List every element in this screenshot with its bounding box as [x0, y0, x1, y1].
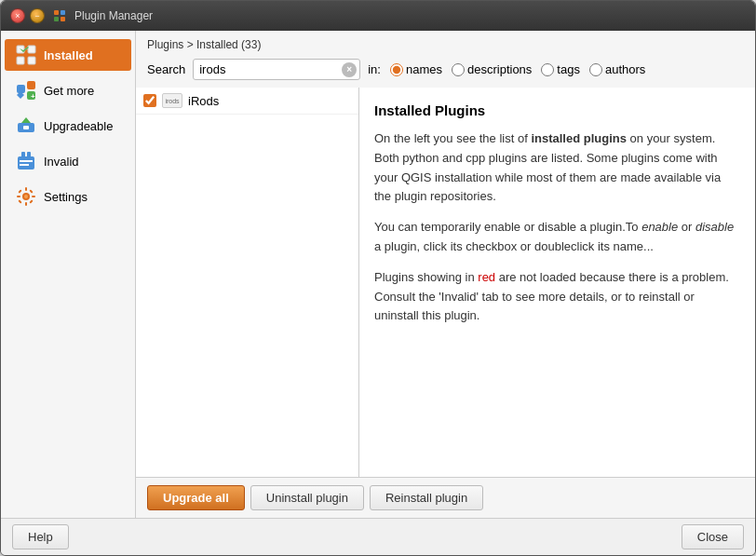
get-more-icon: + [16, 80, 36, 101]
svg-rect-32 [29, 189, 33, 193]
in-label: in: [368, 62, 381, 76]
installed-icon [16, 45, 36, 65]
svg-text:+: + [31, 92, 35, 101]
right-panel: Plugins > Installed (33) Search × in: na… [136, 31, 755, 518]
plugin-checkbox-irods[interactable] [143, 94, 156, 107]
description-title: Installed Plugins [374, 102, 740, 118]
radio-tags-label: tags [557, 62, 580, 76]
main-content: Installed + Get more [1, 31, 755, 518]
titlebar: × − Plugin Manager [1, 1, 755, 31]
radio-tags[interactable]: tags [541, 62, 580, 76]
search-options: in: names descriptions tags [368, 62, 645, 76]
sidebar-item-installed[interactable]: Installed [5, 39, 131, 71]
titlebar-buttons: × − [10, 8, 45, 23]
radio-names-input[interactable] [390, 63, 403, 76]
description-panel: Installed Plugins On the left you see th… [359, 88, 755, 477]
italic-disable: disable [695, 220, 734, 234]
sidebar-item-getmore-label: Get more [44, 84, 94, 98]
sidebar-item-settings-label: Settings [44, 190, 88, 204]
plugin-list: irods iRods [136, 88, 359, 477]
svg-rect-18 [18, 156, 34, 170]
sidebar-item-upgradeable[interactable]: Upgradeable [5, 110, 131, 142]
bottom-action-bar: Upgrade all Uninstall plugin Reinstall p… [136, 477, 755, 518]
description-para-2: You can temporarily enable or disable a … [374, 218, 740, 257]
help-button[interactable]: Help [12, 524, 69, 549]
titlebar-title: Plugin Manager [74, 9, 153, 22]
sidebar-item-settings[interactable]: Settings [5, 181, 131, 212]
svg-rect-2 [54, 17, 59, 21]
svg-rect-6 [17, 57, 24, 64]
search-input-wrapper: × [193, 59, 360, 80]
sidebar-item-invalid[interactable]: Invalid [5, 145, 131, 177]
radio-names-label: names [406, 62, 442, 76]
titlebar-puzzle-icon [52, 8, 67, 23]
svg-rect-31 [18, 199, 21, 203]
close-icon: × [15, 11, 20, 20]
svg-rect-27 [17, 196, 20, 197]
plugin-manager-window: × − Plugin Manager [0, 0, 756, 556]
svg-rect-29 [18, 189, 21, 193]
search-input[interactable] [193, 59, 360, 80]
upgrade-all-button[interactable]: Upgrade all [147, 485, 245, 510]
minimize-icon: − [34, 11, 39, 20]
plugin-name-irods: iRods [188, 94, 219, 108]
svg-rect-5 [28, 46, 35, 53]
radio-authors-label: authors [605, 62, 645, 76]
svg-rect-17 [23, 126, 29, 129]
close-button[interactable]: Close [682, 524, 744, 549]
sidebar: Installed + Get more [1, 31, 136, 518]
svg-rect-19 [21, 152, 25, 159]
svg-rect-25 [25, 187, 27, 191]
description-para-1: On the left you see the list of installe… [374, 129, 740, 207]
italic-enable: enable [641, 220, 678, 234]
description-para-3: Plugins showing in red are not loaded be… [374, 268, 740, 326]
radio-authors-input[interactable] [589, 63, 602, 76]
breadcrumb: Plugins > Installed (33) [136, 31, 755, 55]
invalid-icon [16, 151, 36, 171]
svg-rect-28 [32, 196, 35, 197]
sidebar-item-get-more[interactable]: + Get more [5, 75, 131, 106]
close-window-btn[interactable]: × [10, 8, 25, 23]
radio-tags-input[interactable] [541, 63, 554, 76]
svg-marker-16 [21, 117, 31, 123]
svg-rect-7 [28, 57, 35, 64]
bold-text-1: installed plugins [531, 131, 627, 145]
settings-icon [16, 186, 36, 207]
sidebar-item-invalid-label: Invalid [44, 155, 79, 169]
search-clear-button[interactable]: × [342, 62, 357, 77]
radio-descriptions-label: descriptions [467, 62, 532, 76]
content-split: irods iRods Installed Plugins On the lef… [136, 88, 755, 477]
uninstall-button[interactable]: Uninstall plugin [250, 485, 364, 510]
radio-authors[interactable]: authors [589, 62, 645, 76]
sidebar-item-installed-label: Installed [44, 48, 93, 62]
reinstall-button[interactable]: Reinstall plugin [370, 485, 483, 510]
plugin-icon-text: irods [165, 98, 179, 104]
svg-rect-21 [20, 160, 33, 162]
svg-rect-12 [27, 81, 35, 89]
search-bar: Search × in: names descriptions [136, 55, 755, 88]
search-label: Search [147, 62, 185, 76]
plugin-list-item[interactable]: irods iRods [136, 88, 358, 115]
svg-rect-1 [61, 10, 65, 15]
svg-rect-20 [27, 152, 31, 159]
svg-point-24 [24, 195, 28, 198]
radio-names[interactable]: names [390, 62, 442, 76]
sidebar-item-upgradeable-label: Upgradeable [44, 119, 113, 133]
svg-rect-3 [61, 17, 65, 21]
minimize-btn[interactable]: − [30, 8, 45, 23]
svg-rect-22 [20, 164, 29, 166]
window-footer: Help Close [1, 518, 755, 555]
bottom-left-buttons: Upgrade all Uninstall plugin Reinstall p… [147, 485, 483, 510]
plugin-icon-irods: irods [162, 93, 182, 108]
radio-descriptions-input[interactable] [452, 63, 465, 76]
svg-rect-26 [25, 202, 27, 206]
upgradeable-icon [16, 115, 36, 136]
svg-rect-0 [54, 10, 59, 15]
radio-descriptions[interactable]: descriptions [452, 62, 532, 76]
svg-rect-30 [29, 199, 33, 203]
red-text: red [478, 270, 495, 284]
